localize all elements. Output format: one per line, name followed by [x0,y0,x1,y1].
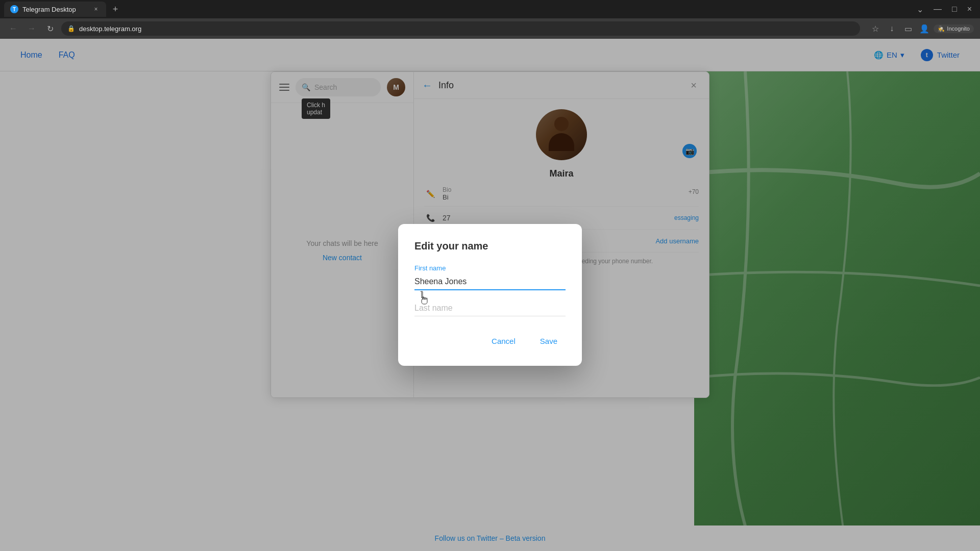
url-text: desktop.telegram.org [79,25,854,33]
incognito-label: Incognito [947,26,970,32]
tab-close-button[interactable]: × [92,5,100,13]
back-button[interactable]: ← [6,21,20,36]
reload-button[interactable]: ↻ [43,21,57,36]
window-minimize-button[interactable]: — [929,3,946,16]
profile-button[interactable]: 👤 [917,21,932,36]
modal-actions: Cancel Save [414,333,566,349]
window-maximize-button[interactable]: □ [948,3,961,16]
modal-backdrop: Edit your name First name Cancel Save [0,39,980,551]
bookmark-button[interactable]: ☆ [868,21,883,36]
tab-bar: T Telegram Desktop × + ⌄ — □ × [0,0,980,18]
forward-button[interactable]: → [24,21,39,36]
first-name-input[interactable] [414,274,566,290]
toolbar-actions: ☆ ↓ ▭ 👤 🕵 Incognito [868,21,974,36]
edit-name-modal: Edit your name First name Cancel Save [398,224,582,366]
new-tab-button[interactable]: + [108,2,122,16]
address-field[interactable]: 🔒 desktop.telegram.org [61,21,860,36]
cancel-button[interactable]: Cancel [483,333,524,349]
lock-icon: 🔒 [67,25,75,32]
cast-button[interactable]: ▭ [901,21,915,36]
last-name-input[interactable] [414,300,566,316]
incognito-icon: 🕵 [938,26,945,32]
address-bar-row: ← → ↻ 🔒 desktop.telegram.org ☆ ↓ ▭ 👤 🕵 I… [0,18,980,39]
page-content: Home FAQ 🌐 EN ▾ t Twitter [0,39,980,551]
download-button[interactable]: ↓ [885,21,899,36]
first-name-field-group: First name [414,264,566,290]
browser-tab-telegram[interactable]: T Telegram Desktop × [4,2,106,17]
telegram-favicon: T [10,5,18,13]
browser-chrome: T Telegram Desktop × + ⌄ — □ × ← → ↻ 🔒 d… [0,0,980,39]
window-controls: ⌄ — □ × [913,3,976,16]
incognito-badge: 🕵 Incognito [934,24,974,33]
window-close-button[interactable]: × [963,3,976,16]
last-name-field-group [414,300,566,316]
first-name-label: First name [414,264,566,272]
tab-title: Telegram Desktop [22,6,76,13]
window-chevron-down[interactable]: ⌄ [913,3,927,16]
save-button[interactable]: Save [532,333,566,349]
modal-title: Edit your name [414,240,566,252]
